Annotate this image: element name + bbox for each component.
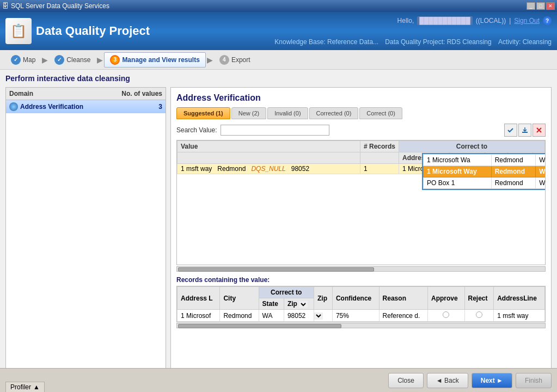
step-manage[interactable]: 3 Manage and View results <box>104 52 206 68</box>
rec-zip-sub-header: Zip ▼ <box>284 298 314 310</box>
logo-icon: 📋 <box>5 18 32 44</box>
rec-reason-header: Reason <box>379 287 427 310</box>
records-scrollbar[interactable] <box>176 323 546 328</box>
sug-city-3: Redmond <box>491 177 535 189</box>
next-button[interactable]: Next ► <box>472 373 512 388</box>
sug-state-3: WA <box>536 177 546 189</box>
rec-zip-header: Zip <box>314 287 332 310</box>
sug-city-2: Redmond <box>491 166 535 177</box>
records-col-header: # Records <box>360 141 399 152</box>
user-name: ███████████ <box>417 16 473 25</box>
right-panel: Address Verification Suggested (1) New (… <box>170 87 552 376</box>
profiler-arrow: ▲ <box>33 383 40 391</box>
main-table-area: Value # Records Correct to Address Line … <box>176 140 546 265</box>
records-table-row: 1 Microsof Redmond WA 98052 ▼ 75% Refere… <box>177 310 545 322</box>
rec-zip-select[interactable]: ▼ <box>299 301 308 308</box>
tab-bar: Suggested (1) New (2) Invalid (0) Correc… <box>176 107 546 119</box>
domain-count: 3 <box>119 103 162 111</box>
finish-button[interactable]: Finish <box>516 373 552 388</box>
step-arrow-2: ▶ <box>96 56 104 64</box>
step-map[interactable]: ✓ Map <box>5 53 41 67</box>
rec-approve-header: Approve <box>428 287 465 310</box>
left-panel: Domain No. of values Address Verificatio… <box>5 87 166 376</box>
domain-col-header: Domain <box>9 90 119 97</box>
step-bar: ✓ Map ▶ ✓ Cleanse ▶ 3 Manage and View re… <box>0 50 557 70</box>
activity-breadcrumb: Activity: Cleansing <box>498 38 552 46</box>
tab-corrected[interactable]: Corrected (0) <box>309 107 359 119</box>
rec-confidence-header: Confidence <box>332 287 379 310</box>
download-button[interactable] <box>518 124 531 137</box>
step-arrow-1: ▶ <box>41 56 49 64</box>
records-table: Address L City Correct to Zip Confidence… <box>177 286 545 322</box>
rec-addressline-cell: 1 msft way <box>494 310 545 322</box>
bottom-bar: Profiler ▲ Close ◄ Back Next ► Finish <box>0 368 557 392</box>
step-map-circle: ✓ <box>11 55 21 65</box>
rec-address-cell: 1 Microsof <box>177 310 220 322</box>
step-export[interactable]: 4 Export <box>214 53 256 67</box>
suggestion-row-1[interactable]: 1 Microsoft Wa Redmond WA 98052 ▼ <box>424 155 546 166</box>
app-logo: 📋 Data Quality Project <box>5 18 150 44</box>
title-bar-text: SQL Server Data Quality Services <box>11 2 109 10</box>
null-value: DQS_NULL <box>251 165 285 173</box>
main-layout: Domain No. of values Address Verificatio… <box>5 87 552 376</box>
sug-state-1: WA <box>536 155 546 166</box>
rec-approve-cell[interactable] <box>428 310 465 322</box>
rec-reject-cell[interactable] <box>464 310 494 322</box>
correct-to-group-header: Correct to <box>399 141 545 152</box>
main-table-scrollbar[interactable] <box>176 266 546 272</box>
app-header: 📋 Data Quality Project Hello, ██████████… <box>0 12 557 50</box>
suggestion-row-3[interactable]: PO Box 1 Redmond WA 98073 <box>424 177 546 189</box>
close-button[interactable]: ✕ <box>546 2 555 10</box>
sug-state-2: WA <box>536 166 546 177</box>
approve-radio[interactable] <box>443 311 449 318</box>
back-button[interactable]: ◄ Back <box>427 373 468 388</box>
page-body: Perform interactive data cleansing Domai… <box>0 70 557 392</box>
rec-state-cell: WA <box>259 310 284 322</box>
rec-zip-cell: 98052 <box>284 310 314 322</box>
no-of-values-col-header: No. of values <box>119 90 162 97</box>
reject-button[interactable] <box>532 124 546 137</box>
user-greeting: Hello, <box>397 17 414 24</box>
suggestion-row-2-highlight[interactable]: 1 Microsoft Way Redmond WA 98052 <box>424 166 546 177</box>
suggestion-dropdown: 1 Microsoft Wa Redmond WA 98052 ▼ 1 Micr… <box>422 153 546 190</box>
step-map-label: Map <box>23 56 35 64</box>
rec-confidence-cell: 75% <box>332 310 379 322</box>
rec-reject-header: Reject <box>464 287 494 310</box>
close-button[interactable]: Close <box>388 373 424 388</box>
value-col-header: Value <box>177 141 360 152</box>
records-scrollbar-thumb[interactable] <box>178 324 341 328</box>
records-title: Records containing the value: <box>176 276 546 284</box>
tab-correct[interactable]: Correct (0) <box>359 107 402 119</box>
value-sub-header <box>177 152 360 164</box>
sug-address-3: PO Box 1 <box>424 177 492 189</box>
page-title: Perform interactive data cleansing <box>5 74 552 83</box>
svg-rect-0 <box>522 132 528 133</box>
help-icon[interactable]: ? <box>543 16 552 25</box>
left-panel-header: Domain No. of values <box>6 88 166 100</box>
rec-address-header: Address L <box>177 287 220 310</box>
search-input[interactable] <box>221 125 329 136</box>
minimize-button[interactable]: _ <box>527 2 535 10</box>
reject-radio[interactable] <box>476 311 482 318</box>
step-manage-circle: 3 <box>110 55 120 65</box>
scrollbar-thumb[interactable] <box>178 267 374 272</box>
rec-zip2-cell: ▼ <box>314 310 332 322</box>
step-cleanse-circle: ✓ <box>54 55 64 65</box>
tab-suggested[interactable]: Suggested (1) <box>176 107 230 119</box>
tab-new[interactable]: New (2) <box>231 107 267 119</box>
right-panel-title: Address Verification <box>176 93 546 103</box>
tab-invalid[interactable]: Invalid (0) <box>267 107 308 119</box>
domain-icon <box>9 102 18 111</box>
domain-row-address-verification[interactable]: Address Verification 3 <box>6 100 166 113</box>
records-sub-header <box>360 152 399 164</box>
maximize-button[interactable]: □ <box>536 2 545 10</box>
approve-button[interactable] <box>504 124 517 137</box>
rec-zip-dropdown[interactable]: ▼ <box>314 313 323 320</box>
records-table-wrapper: Address L City Correct to Zip Confidence… <box>176 286 546 322</box>
step-cleanse[interactable]: ✓ Cleanse <box>49 53 96 67</box>
value-cell: 1 msft way Redmond DQS_NULL 98052 <box>177 164 360 174</box>
sign-out-link[interactable]: Sign Out <box>514 17 540 24</box>
app-icon: 🗄 <box>2 2 9 10</box>
profiler-tab[interactable]: Profiler ▲ <box>5 382 45 392</box>
rec-city-header: City <box>220 287 259 310</box>
